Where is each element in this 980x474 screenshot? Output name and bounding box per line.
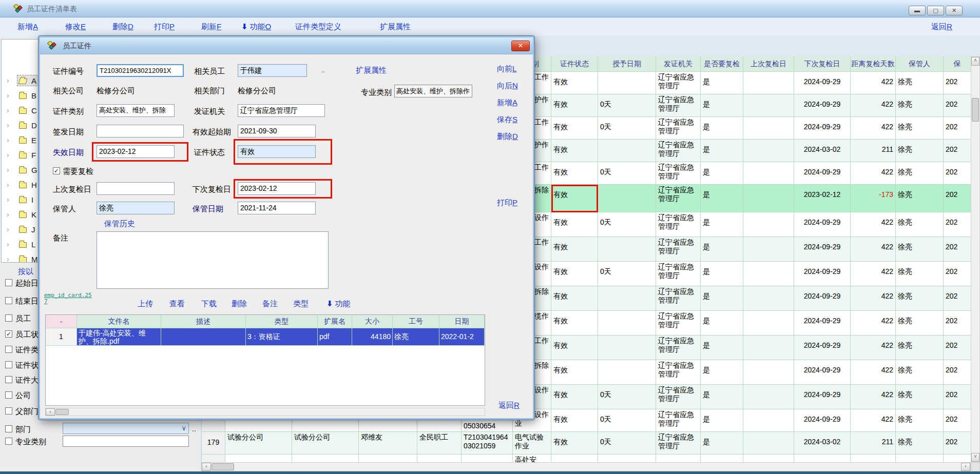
filter-checkbox[interactable] bbox=[5, 407, 12, 414]
attachment-link-查看[interactable]: 查看 bbox=[169, 299, 185, 309]
column-header-days[interactable]: 距离复检天数 bbox=[851, 56, 896, 72]
filter-checkbox[interactable] bbox=[5, 346, 12, 353]
attachment-table[interactable]: -文件名描述类型扩展名大小工号日期1于建伟-高处安装、维护、拆除.pdf3：资格… bbox=[45, 314, 485, 406]
attachment-column-description[interactable]: 描述 bbox=[161, 315, 246, 328]
close-button[interactable]: ✕ bbox=[946, 6, 963, 15]
expand-arrow-icon[interactable]: › bbox=[7, 166, 9, 174]
department-lookup-button[interactable]: .. bbox=[192, 425, 196, 433]
attachment-column-filename[interactable]: 文件名 bbox=[77, 315, 161, 328]
attachment-column-num[interactable]: - bbox=[46, 315, 77, 328]
attachment-func-link[interactable]: ⬇功能 bbox=[326, 299, 351, 309]
dialog-close-icon[interactable]: ✕ bbox=[511, 41, 530, 51]
dialog-titlebar[interactable]: 员工证件 ✕ bbox=[40, 37, 533, 54]
scroll-right-icon[interactable]: › bbox=[961, 463, 970, 471]
vertical-scrollbar[interactable]: ˄ ˅ bbox=[971, 56, 980, 462]
chevron-down-icon[interactable]: ∨ bbox=[181, 424, 186, 432]
filter-checkbox[interactable] bbox=[5, 391, 12, 399]
filter-more-link[interactable]: 按以 bbox=[18, 267, 33, 276]
toolbar-item-刷新[interactable]: 刷新F bbox=[201, 22, 221, 32]
dialog-return-link[interactable]: 返回R bbox=[498, 401, 520, 410]
toolbar-item-证件类型定义[interactable]: 证件类型定义 bbox=[295, 22, 341, 32]
need-recheck-checkbox[interactable]: ✓ bbox=[53, 167, 60, 174]
filter-checkbox[interactable] bbox=[5, 376, 12, 383]
expand-arrow-icon[interactable]: › bbox=[7, 91, 9, 100]
expand-arrow-icon[interactable]: › bbox=[7, 151, 9, 159]
toolbar-item-删除[interactable]: 删除D bbox=[112, 22, 133, 32]
expand-arrow-icon[interactable]: › bbox=[7, 121, 9, 129]
custody-date-datepicker[interactable]: 2021-11-24 bbox=[238, 202, 316, 214]
dialog-print-link[interactable]: 打印P bbox=[497, 198, 517, 208]
status-combo[interactable]: 有效 bbox=[238, 145, 316, 158]
expand-arrow-icon[interactable]: › bbox=[7, 210, 9, 219]
dialog-nav-向后[interactable]: 向后N bbox=[497, 81, 518, 91]
horizontal-scrollbar[interactable]: ‹ › bbox=[201, 462, 971, 471]
attachment-column-emp-id[interactable]: 工号 bbox=[393, 315, 439, 328]
column-header-keeper[interactable]: 保管人 bbox=[896, 56, 944, 72]
expire-date-datepicker[interactable]: 2023-02-12 bbox=[97, 145, 175, 158]
toolbar-item-修改[interactable]: 修改E bbox=[65, 22, 86, 32]
toolbar-item-新增[interactable]: 新增A bbox=[17, 22, 38, 32]
expand-arrow-icon[interactable]: › bbox=[7, 195, 9, 204]
expand-arrow-icon[interactable]: › bbox=[7, 136, 9, 144]
remark-textarea[interactable] bbox=[97, 231, 329, 289]
scroll-left-icon[interactable]: ‹ bbox=[202, 463, 211, 471]
table-row[interactable]: 高处安装、 bbox=[202, 455, 971, 462]
issuer-input[interactable]: 辽宁省应急管理厅 bbox=[238, 104, 325, 117]
dialog-nav-保存[interactable]: 保存S bbox=[497, 115, 517, 125]
attachment-scrollbar[interactable]: ‹ bbox=[45, 408, 485, 416]
vertical-scroll-thumb[interactable] bbox=[972, 98, 979, 122]
scroll-down-icon[interactable]: ˅ bbox=[971, 453, 979, 462]
expand-arrow-icon[interactable]: › bbox=[7, 240, 9, 248]
filter-checkbox[interactable] bbox=[5, 425, 12, 432]
employee-lookup-button[interactable]: .. bbox=[321, 67, 325, 74]
attachment-link-删除[interactable]: 删除 bbox=[232, 299, 247, 309]
toolbar-item-打印[interactable]: 打印P bbox=[154, 22, 175, 32]
department-filter-combo[interactable]: ∨ bbox=[63, 423, 189, 434]
attachment-column-extension[interactable]: 扩展名 bbox=[318, 315, 352, 328]
filter-checkbox[interactable]: ✓ bbox=[5, 330, 12, 338]
employee-combo[interactable]: 于伟建 bbox=[238, 64, 307, 77]
attachment-row[interactable]: 1于建伟-高处安装、维护、拆除.pdf3：资格证pdf44180徐亮2022-0… bbox=[46, 328, 485, 346]
column-header-last-recheck[interactable]: 上次复检日 bbox=[743, 56, 794, 72]
attachment-column-type[interactable]: 类型 bbox=[246, 315, 318, 328]
attachment-link-类型[interactable]: 类型 bbox=[293, 299, 309, 309]
column-header-grant-date[interactable]: 授予日期 bbox=[598, 56, 656, 72]
column-header-need-recheck[interactable]: 是否要复检 bbox=[701, 56, 743, 72]
toolbar-item-扩展属性[interactable]: 扩展属性 bbox=[380, 22, 411, 32]
dialog-nav-向前[interactable]: 向前L bbox=[497, 64, 516, 74]
filter-checkbox[interactable] bbox=[5, 314, 12, 322]
attachment-scroll-thumb[interactable] bbox=[55, 409, 69, 415]
filter-checkbox[interactable] bbox=[5, 361, 12, 368]
prof-category-filter-input[interactable] bbox=[63, 436, 189, 447]
expand-arrow-icon[interactable]: › bbox=[7, 255, 9, 263]
dialog-nav-删除[interactable]: 删除D bbox=[497, 132, 518, 142]
column-header-next-recheck[interactable]: 下次复检日 bbox=[794, 56, 851, 72]
issue-date-input[interactable] bbox=[97, 125, 184, 137]
valid-from-datepicker[interactable]: 2021-09-30 bbox=[238, 125, 316, 137]
column-header-status[interactable]: 证件状态 bbox=[551, 56, 598, 72]
column-header-issuer[interactable]: 发证机关 bbox=[656, 56, 701, 72]
toolbar-item-功能[interactable]: ⬇功能O bbox=[241, 22, 271, 32]
column-header-keep-date[interactable]: 保 bbox=[944, 56, 971, 72]
cert-type-combo[interactable]: 高处安装、维护、拆除 bbox=[97, 104, 175, 117]
last-recheck-datepicker[interactable] bbox=[97, 182, 175, 195]
expand-arrow-icon[interactable]: › bbox=[7, 76, 9, 85]
maximize-button[interactable]: ▢ bbox=[927, 6, 944, 15]
table-row[interactable]: 179试验分公司试验分公司邓维友全民职工T210304196403021059电… bbox=[202, 432, 971, 455]
filter-checkbox[interactable] bbox=[5, 438, 12, 445]
minimize-button[interactable]: ▬ bbox=[909, 6, 926, 15]
cert-no-input[interactable]: T21030219630212091X bbox=[97, 64, 184, 77]
custody-history-link[interactable]: 保管历史 bbox=[104, 219, 135, 229]
filter-checkbox[interactable] bbox=[5, 279, 12, 286]
attachment-link-下载[interactable]: 下载 bbox=[201, 299, 217, 309]
expand-arrow-icon[interactable]: › bbox=[7, 225, 9, 233]
toolbar-return-link[interactable]: 返回R bbox=[931, 22, 952, 32]
ext-attr-link[interactable]: 扩展属性 bbox=[356, 66, 387, 75]
horizontal-scroll-thumb[interactable] bbox=[212, 463, 234, 470]
attachment-link-备注[interactable]: 备注 bbox=[262, 299, 278, 309]
next-recheck-datepicker[interactable]: 2023-02-12 bbox=[238, 182, 316, 195]
scroll-left-icon[interactable]: ‹ bbox=[46, 408, 55, 416]
expand-arrow-icon[interactable]: › bbox=[7, 106, 9, 114]
scroll-up-icon[interactable]: ˄ bbox=[971, 57, 979, 66]
filter-checkbox[interactable] bbox=[5, 297, 12, 304]
